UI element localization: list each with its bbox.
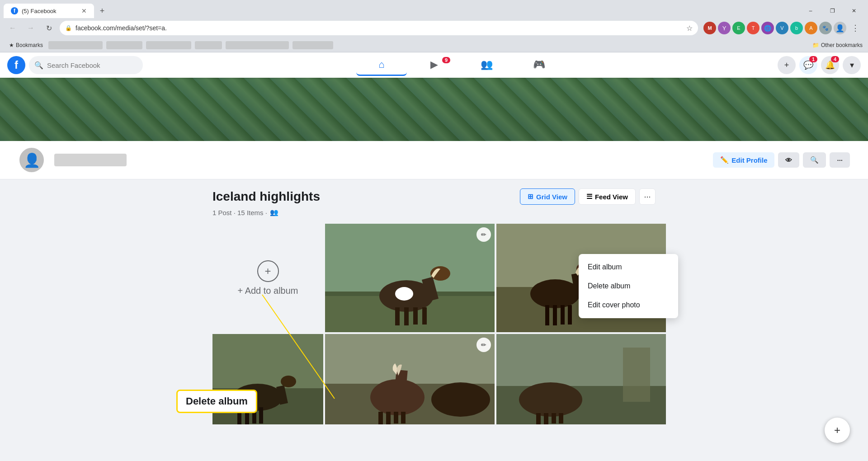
- svg-point-10: [395, 287, 413, 301]
- photo-4[interactable]: ✏: [325, 334, 495, 424]
- account-menu-button[interactable]: ▾: [843, 56, 861, 74]
- photo-4-edit-button[interactable]: ✏: [476, 338, 491, 352]
- nav-groups-button[interactable]: 👥: [461, 54, 512, 76]
- nav-home-button[interactable]: ⌂: [356, 54, 407, 76]
- security-icon: 🔒: [65, 25, 72, 31]
- browser-extensions: M Y E T 🌐 V b A 🐾 👤 ⋮: [703, 21, 863, 35]
- photo-grid-row2: ✏: [212, 334, 656, 424]
- view-as-button[interactable]: 👁: [778, 152, 799, 168]
- photo-1[interactable]: ✏: [325, 224, 495, 332]
- address-bar-row: ← → ↻ 🔒 facebook.com/media/set/?set=a. ☆…: [0, 18, 868, 38]
- pencil-small-icon-2: ✏: [481, 341, 486, 348]
- more-dots-icon: ···: [837, 156, 843, 164]
- svg-point-39: [431, 382, 490, 417]
- grid-view-button[interactable]: ⊞ Grid View: [520, 188, 575, 205]
- svg-point-43: [519, 382, 582, 417]
- bookmarks-blurred-items: [48, 41, 811, 49]
- profile-info-bar: 👤 ✏️ Edit Profile 👁 🔍: [0, 141, 868, 179]
- bookmark-blur-2: [106, 41, 142, 49]
- refresh-button[interactable]: ↻: [42, 21, 56, 35]
- nav-video-button[interactable]: ▶ 9: [409, 54, 459, 76]
- tab-bar: f (5) Facebook ✕ + – ❐ ✕: [0, 0, 868, 18]
- tab-close-button[interactable]: ✕: [81, 7, 87, 14]
- bookmarks-bar: ★ Bookmarks 📁 Other bookmarks: [0, 38, 868, 52]
- back-button[interactable]: ←: [5, 21, 20, 35]
- address-bar[interactable]: 🔒 facebook.com/media/set/?set=a. ☆: [60, 21, 698, 35]
- window-controls: – ❐ ✕: [800, 4, 864, 18]
- svg-point-13: [530, 279, 580, 308]
- search-icon-btn: 🔍: [810, 156, 819, 164]
- svg-rect-37: [394, 412, 398, 423]
- ext-6[interactable]: V: [776, 22, 788, 34]
- edit-cover-photo-item[interactable]: Edit cover photo: [579, 296, 678, 315]
- active-tab[interactable]: f (5) Facebook ✕: [4, 4, 94, 18]
- notifications-button[interactable]: 🔔 4: [821, 56, 839, 74]
- album-more-button[interactable]: ···: [639, 188, 656, 205]
- svg-rect-16: [545, 305, 549, 325]
- ext-7[interactable]: b: [790, 22, 803, 34]
- profile-search-button[interactable]: 🔍: [803, 152, 826, 168]
- bookmark-icon[interactable]: ☆: [686, 24, 693, 33]
- fb-logo[interactable]: f: [7, 56, 25, 74]
- new-tab-button[interactable]: +: [96, 5, 108, 17]
- close-button[interactable]: ✕: [844, 4, 864, 18]
- ext-8[interactable]: A: [805, 22, 817, 34]
- ext-1[interactable]: M: [703, 22, 716, 34]
- ext-2[interactable]: Y: [718, 22, 731, 34]
- facebook-app: f 🔍 ⌂ ▶ 9 👥 🎮 + 💬: [0, 52, 868, 461]
- notifications-badge: 4: [831, 56, 839, 62]
- profile-actions: ✏️ Edit Profile 👁 🔍 ···: [713, 152, 850, 168]
- edit-profile-button[interactable]: ✏️ Edit Profile: [713, 152, 774, 168]
- svg-rect-8: [413, 307, 418, 325]
- chevron-down-icon: ▾: [850, 60, 854, 70]
- delete-album-tooltip: Delete album: [176, 390, 257, 413]
- forward-button[interactable]: →: [24, 21, 38, 35]
- bookmarks-label[interactable]: ★ Bookmarks: [5, 41, 47, 49]
- bookmark-blur-4: [195, 41, 222, 49]
- plus-icon: +: [784, 61, 789, 70]
- profile-name-blurred: [52, 154, 127, 166]
- fb-header: f 🔍 ⌂ ▶ 9 👥 🎮 + 💬: [0, 52, 868, 78]
- album-dropdown-menu: Edit album Delete album Edit cover photo: [579, 254, 678, 318]
- ext-5[interactable]: 🌐: [761, 22, 774, 34]
- add-to-album-cell[interactable]: + + Add to album: [212, 224, 323, 332]
- svg-rect-36: [386, 412, 391, 424]
- create-button[interactable]: +: [778, 56, 796, 74]
- minimize-button[interactable]: –: [800, 4, 821, 18]
- svg-rect-7: [404, 307, 409, 325]
- ext-4[interactable]: T: [747, 22, 760, 34]
- star-icon: ★: [9, 42, 14, 48]
- list-icon: ☰: [586, 193, 592, 201]
- svg-rect-19: [568, 305, 572, 325]
- pencil-small-icon: ✏: [481, 231, 486, 238]
- profile-avatar: 👤: [18, 146, 45, 174]
- nav-gaming-button[interactable]: 🎮: [514, 54, 564, 76]
- video-badge: 9: [442, 57, 450, 63]
- ext-3[interactable]: E: [732, 22, 745, 34]
- photo-1-edit-button[interactable]: ✏: [476, 227, 491, 242]
- floating-action-button[interactable]: +: [825, 418, 850, 443]
- svg-rect-9: [422, 307, 427, 325]
- profile-section: 👤 ✏️ Edit Profile 👁 🔍: [0, 78, 868, 179]
- search-input[interactable]: [47, 61, 137, 69]
- delete-album-item[interactable]: Delete album: [579, 277, 678, 296]
- album-view-controls: ⊞ Grid View ☰ Feed View ···: [520, 188, 656, 205]
- ext-9[interactable]: 🐾: [819, 22, 832, 34]
- album-title: Iceland highlights: [212, 189, 320, 204]
- user-avatar-ext[interactable]: 👤: [834, 22, 846, 34]
- fb-search-bar[interactable]: 🔍: [29, 56, 143, 74]
- svg-rect-38: [401, 412, 406, 423]
- video-icon: ▶: [430, 59, 438, 71]
- profile-more-button[interactable]: ···: [830, 152, 850, 168]
- folder-icon: 📁: [812, 42, 819, 48]
- photo-5[interactable]: [496, 334, 666, 424]
- fb-actions: + 💬 1 🔔 4 ▾: [778, 56, 861, 74]
- feed-view-button[interactable]: ☰ Feed View: [579, 188, 636, 205]
- browser-menu-button[interactable]: ⋮: [848, 21, 863, 35]
- cover-photo: [0, 78, 868, 141]
- restore-button[interactable]: ❐: [822, 4, 843, 18]
- edit-album-item[interactable]: Edit album: [579, 258, 678, 277]
- other-bookmarks[interactable]: 📁 Other bookmarks: [812, 42, 863, 48]
- messenger-button[interactable]: 💬 1: [799, 56, 817, 74]
- svg-rect-47: [559, 413, 563, 423]
